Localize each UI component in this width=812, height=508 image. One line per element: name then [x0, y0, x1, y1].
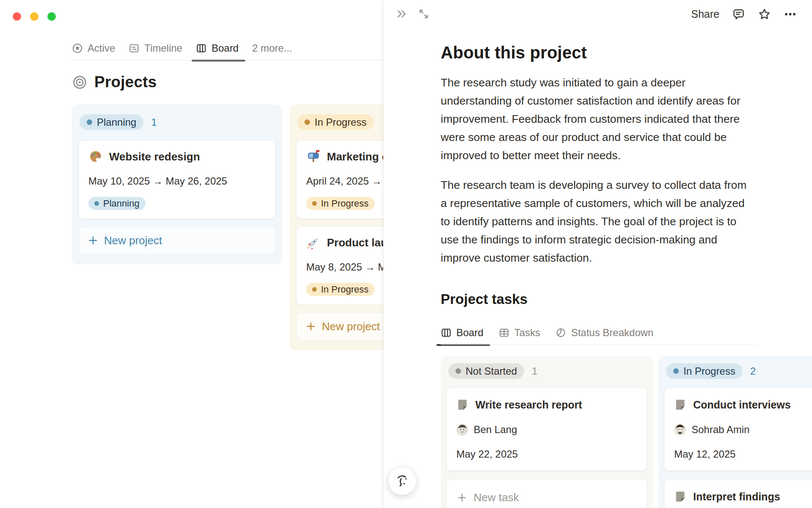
tasks-tab-status-breakdown[interactable]: Status Breakdown: [555, 327, 653, 345]
paragraph[interactable]: The research team is developing a survey…: [441, 176, 756, 267]
column-count: 1: [532, 365, 537, 377]
view-tab-label: Board: [211, 42, 239, 54]
status-dot: [312, 201, 317, 206]
board-icon: [196, 43, 207, 54]
task-card-interpret-findings[interactable]: Interpret findings: [664, 480, 812, 508]
page-icon: [456, 398, 469, 411]
peek-toolbar: Share: [384, 0, 812, 28]
tasks-column-in-progress: In Progress 2 Conduct interviews: [658, 356, 812, 508]
view-tab-board[interactable]: Board: [196, 42, 239, 61]
view-tab-label: Timeline: [144, 42, 182, 54]
status-pill-not-started[interactable]: Not Started: [448, 363, 524, 379]
status-dot: [304, 119, 310, 125]
card-title: Write research report: [475, 399, 582, 411]
ai-face-icon: [395, 473, 410, 489]
notion-ai-button[interactable]: [388, 467, 417, 495]
assignee-name: Ben Lang: [474, 424, 517, 436]
expand-diagonal-icon: [417, 8, 430, 20]
project-card-website-redesign[interactable]: Website redesign May 10, 2025 → May 26, …: [79, 141, 275, 219]
star-circle-icon: [72, 43, 83, 54]
view-tab-active[interactable]: Active: [72, 42, 115, 61]
document-title[interactable]: About this project: [441, 43, 755, 62]
status-label: Not Started: [466, 365, 517, 377]
status-label: In Progress: [683, 365, 735, 377]
card-title: Conduct interviews: [693, 399, 791, 411]
card-date: May 22, 2025: [456, 448, 637, 460]
ellipsis-icon: [784, 8, 797, 21]
view-tab-label: 2 more...: [252, 42, 292, 54]
status-dot: [87, 119, 92, 125]
comments-button[interactable]: [732, 8, 745, 21]
card-date-range: May 10, 2025 → May 26, 2025: [88, 175, 266, 187]
pie-chart-icon: [555, 327, 566, 338]
view-tab-more[interactable]: 2 more...: [252, 42, 292, 61]
column-header: Planning 1: [80, 114, 274, 130]
page-icon: [674, 490, 687, 503]
expand-page-button[interactable]: [417, 8, 430, 20]
view-tab-label: Active: [88, 42, 115, 54]
tasks-tab-label: Tasks: [514, 327, 540, 339]
tabs-divider: [441, 345, 756, 345]
tasks-tab-board[interactable]: Board: [441, 327, 483, 345]
tasks-tab-tasks[interactable]: Tasks: [499, 327, 540, 345]
new-task-button[interactable]: New task: [447, 479, 647, 508]
tasks-view-tabs: Board Tasks Status Breakdown: [441, 327, 756, 345]
column-count: 1: [151, 116, 156, 128]
card-title: Website redesign: [109, 150, 200, 163]
status-dot: [312, 287, 317, 292]
status-label: In Progress: [315, 116, 367, 128]
assignee-row: Sohrab Amin: [674, 424, 812, 436]
status-label: Planning: [97, 116, 136, 128]
column-header: In Progress 2: [666, 363, 812, 379]
paragraph[interactable]: The research study was initiated to gain…: [441, 74, 756, 165]
new-project-button[interactable]: New project: [79, 226, 275, 254]
tasks-tab-label: Status Breakdown: [571, 327, 653, 339]
status-pill-in-progress[interactable]: In Progress: [297, 114, 374, 130]
close-peek-button[interactable]: [395, 8, 408, 20]
status-pill-in-progress[interactable]: In Progress: [666, 363, 743, 379]
status-pill-planning[interactable]: Planning: [80, 114, 143, 130]
palette-icon: [88, 149, 103, 164]
page-title-row: Projects: [72, 73, 383, 91]
minimize-window-button[interactable]: [30, 12, 38, 21]
assignee-row: Ben Lang: [456, 424, 637, 436]
status-dot: [455, 368, 461, 374]
close-window-button[interactable]: [13, 12, 21, 21]
zoom-window-button[interactable]: [47, 12, 56, 21]
tasks-board: Not Started 1 Write research report: [441, 356, 755, 508]
card-status-tag: In Progress: [306, 197, 375, 210]
card-date: May 12, 2025: [674, 448, 812, 460]
card-title: Marketing c: [327, 150, 388, 163]
comment-bubble-icon: [732, 8, 745, 21]
plus-icon: [305, 321, 316, 332]
side-peek-panel: Share About this project The research st…: [383, 0, 812, 508]
avatar-sohrab-amin: [674, 424, 686, 436]
card-status-tag: Planning: [88, 197, 145, 210]
peek-content: About this project The research study wa…: [384, 43, 812, 508]
plus-icon: [88, 235, 99, 246]
rocket-icon: [306, 235, 321, 250]
avatar-ben-lang: [456, 424, 468, 436]
favorite-button[interactable]: [758, 8, 771, 21]
more-options-button[interactable]: [784, 8, 797, 21]
assignee-name: Sohrab Amin: [691, 424, 749, 436]
card-title: Product lau: [327, 236, 387, 249]
card-status-tag: In Progress: [306, 283, 375, 296]
column-header: Not Started 1: [448, 363, 645, 379]
tasks-column-not-started: Not Started 1 Write research report: [441, 356, 653, 508]
table-icon: [499, 327, 510, 338]
projects-board: Planning 1 Website redesign May 10, 2025…: [72, 105, 383, 350]
section-heading[interactable]: Project tasks: [441, 291, 755, 307]
plus-icon: [456, 492, 468, 503]
target-icon: [72, 75, 88, 90]
share-button[interactable]: Share: [691, 8, 719, 20]
task-card-conduct-interviews[interactable]: Conduct interviews Sohrab Amin May 12, 2…: [664, 388, 812, 471]
task-card-write-research-report[interactable]: Write research report Ben Lang May 22, 2…: [447, 388, 647, 471]
card-title: Interpret findings: [693, 491, 780, 503]
tasks-tab-label: Board: [456, 327, 483, 339]
window-controls: [13, 12, 56, 21]
view-tab-timeline[interactable]: Timeline: [129, 42, 182, 61]
page-title[interactable]: Projects: [94, 73, 157, 91]
mailbox-icon: [306, 149, 321, 164]
double-chevron-right-icon: [395, 8, 408, 20]
